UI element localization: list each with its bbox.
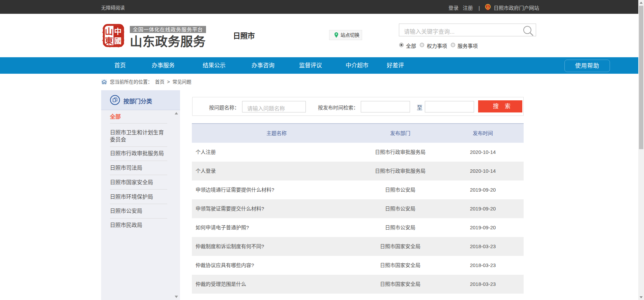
svg-text:東: 東: [105, 37, 113, 45]
svg-text:國: 國: [114, 37, 121, 45]
svg-text:山: 山: [105, 27, 113, 36]
svg-text:中: 中: [114, 27, 121, 36]
